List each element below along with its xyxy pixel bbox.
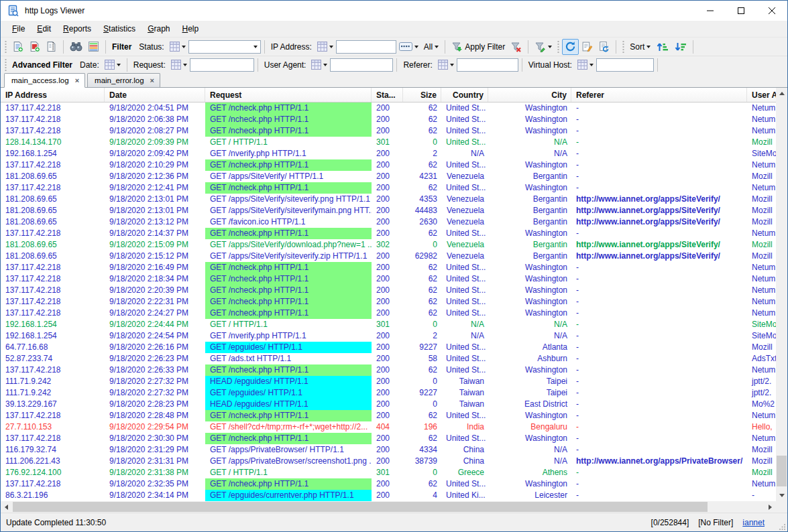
table-row[interactable]: 137.117.42.2189/18/2020 2:22:31 PMGET /n…: [1, 296, 776, 308]
table-row[interactable]: 64.77.16.689/18/2020 2:26:16 PMGET /epgu…: [1, 342, 776, 353]
ip-field-picker[interactable]: [315, 39, 336, 55]
column-header-referer[interactable]: Referer: [571, 88, 747, 102]
column-header-ua[interactable]: User A: [747, 88, 777, 102]
iannet-link[interactable]: iannet: [742, 518, 765, 527]
resize-grip-icon[interactable]: [779, 523, 786, 530]
menu-statistics[interactable]: Statistics: [97, 22, 142, 36]
minimize-button[interactable]: [695, 1, 726, 21]
table-row[interactable]: 137.117.42.2189/18/2020 2:20:39 PMGET /n…: [1, 285, 776, 296]
table-row[interactable]: 137.117.42.2189/18/2020 2:26:33 PMGET /n…: [1, 364, 776, 376]
table-row[interactable]: 192.168.1.2549/18/2020 2:24:54 PMGET /nv…: [1, 330, 776, 342]
open-log-button[interactable]: [9, 39, 26, 55]
toolbar-grip[interactable]: [4, 41, 7, 53]
table-row[interactable]: 137.117.42.2189/18/2020 2:06:38 PMGET /n…: [1, 114, 776, 125]
table-row[interactable]: 192.168.1.2549/18/2020 2:24:44 PMGET / H…: [1, 319, 776, 330]
table-row[interactable]: 116.179.32.749/18/2020 2:31:29 PMGET /ap…: [1, 444, 776, 456]
auto-refresh-button[interactable]: [562, 39, 579, 55]
request-field-picker[interactable]: [168, 57, 190, 73]
highlight-settings-button[interactable]: [85, 39, 102, 55]
scroll-right-arrow[interactable]: [765, 501, 776, 513]
ip-address-input[interactable]: [336, 40, 396, 54]
table-row[interactable]: 181.208.69.659/18/2020 2:13:01 PMGET /ap…: [1, 194, 776, 205]
table-row[interactable]: 137.117.42.2189/18/2020 2:08:27 PMGET /n…: [1, 125, 776, 137]
scroll-left-arrow[interactable]: [1, 501, 12, 513]
sort-ascending-button[interactable]: [653, 39, 671, 55]
table-row[interactable]: 137.117.42.2189/18/2020 2:12:41 PMGET /n…: [1, 182, 776, 194]
table-row[interactable]: 128.14.134.1709/18/2020 2:09:39 PMGET / …: [1, 137, 776, 148]
referer-field-picker[interactable]: [435, 57, 457, 73]
table-row[interactable]: 137.117.42.2189/18/2020 2:10:29 PMGET /n…: [1, 159, 776, 171]
reload-file-button[interactable]: [596, 39, 612, 55]
toolbar-grip[interactable]: [4, 59, 7, 71]
vertical-scrollbar[interactable]: [776, 88, 787, 513]
table-row[interactable]: 39.13.229.1679/18/2020 2:28:23 PMHEAD /e…: [1, 399, 776, 410]
menu-help[interactable]: Help: [176, 22, 205, 36]
table-row[interactable]: 176.92.124.1009/18/2020 2:31:38 PMGET / …: [1, 467, 776, 478]
sort-dropdown[interactable]: Sort: [627, 39, 653, 55]
vertical-scroll-thumb[interactable]: [777, 456, 787, 486]
table-row[interactable]: 181.208.69.659/18/2020 2:13:01 PMGET /ap…: [1, 205, 776, 216]
search-button[interactable]: [67, 39, 85, 55]
column-header-ip[interactable]: IP Address: [1, 88, 105, 102]
table-row[interactable]: 181.208.69.659/18/2020 2:15:09 PMGET /ap…: [1, 239, 776, 251]
table-row[interactable]: 111.71.9.2429/18/2020 2:27:32 PMHEAD /ep…: [1, 376, 776, 387]
table-row[interactable]: 137.117.42.2189/18/2020 2:28:48 PMGET /n…: [1, 410, 776, 421]
tail-log-button[interactable]: [579, 39, 596, 55]
table-row[interactable]: 137.117.42.2189/18/2020 2:16:49 PMGET /n…: [1, 262, 776, 273]
status-combobox[interactable]: [188, 40, 261, 54]
close-icon[interactable]: ×: [75, 77, 79, 84]
table-row[interactable]: 137.117.42.2189/18/2020 2:30:30 PMGET /n…: [1, 433, 776, 444]
menu-graph[interactable]: Graph: [142, 22, 176, 36]
user-agent-input[interactable]: [330, 58, 393, 72]
status-field-picker[interactable]: [167, 39, 188, 55]
open-zip-log-button[interactable]: [43, 39, 60, 55]
menu-edit[interactable]: Edit: [31, 22, 57, 36]
tab-main-error-log[interactable]: main_error.log×: [87, 73, 160, 87]
column-header-request[interactable]: Request: [205, 88, 372, 102]
sort-descending-button[interactable]: [671, 39, 689, 55]
close-icon[interactable]: ×: [150, 77, 154, 84]
table-row[interactable]: 192.168.1.2549/18/2020 2:09:42 PMGET /nv…: [1, 148, 776, 159]
scroll-down-arrow[interactable]: [776, 490, 787, 501]
table-row[interactable]: 181.208.69.659/18/2020 2:13:12 PMGET /fa…: [1, 216, 776, 228]
table-row[interactable]: 111.206.221.439/18/2020 2:31:31 PMGET /a…: [1, 456, 776, 467]
tab-main-access-log[interactable]: main_access.log×: [4, 73, 85, 88]
horizontal-scrollbar[interactable]: [1, 501, 776, 513]
ip-format-button[interactable]: [396, 39, 421, 55]
menu-reports[interactable]: Reports: [57, 22, 97, 36]
apply-filter-button[interactable]: Apply Filter: [449, 39, 508, 55]
menu-file[interactable]: File: [6, 22, 31, 36]
virtual-host-field-picker[interactable]: [575, 57, 596, 73]
table-row[interactable]: 27.7.110.1539/18/2020 2:29:54 PMGET /she…: [1, 421, 776, 433]
all-dropdown[interactable]: All: [421, 39, 441, 55]
table-row[interactable]: 137.117.42.2189/18/2020 2:18:34 PMGET /n…: [1, 273, 776, 285]
column-header-size[interactable]: Size: [403, 88, 441, 102]
edit-filter-button[interactable]: [532, 39, 555, 55]
table-row[interactable]: 52.87.233.749/18/2020 2:26:23 PMGET /ads…: [1, 353, 776, 364]
horizontal-scroll-thumb[interactable]: [13, 502, 708, 512]
virtual-host-input[interactable]: [596, 58, 654, 72]
table-row[interactable]: 181.208.69.659/18/2020 2:15:12 PMGET /ap…: [1, 251, 776, 262]
table-row[interactable]: 137.117.42.2189/18/2020 2:24:27 PMGET /n…: [1, 308, 776, 319]
toolbar-grip[interactable]: [622, 41, 625, 53]
request-input[interactable]: [190, 58, 254, 72]
table-row[interactable]: 111.71.9.2429/18/2020 2:27:32 PMGET /epg…: [1, 387, 776, 399]
referer-input[interactable]: [457, 58, 518, 72]
maximize-button[interactable]: [726, 1, 756, 21]
table-row[interactable]: 181.208.69.659/18/2020 2:12:36 PMGET /ap…: [1, 171, 776, 182]
table-row[interactable]: 137.117.42.2189/18/2020 2:32:35 PMGET /n…: [1, 478, 776, 490]
close-button[interactable]: [756, 1, 787, 21]
scroll-up-arrow[interactable]: [776, 88, 787, 99]
column-header-date[interactable]: Date: [105, 88, 205, 102]
user-agent-field-picker[interactable]: [308, 57, 330, 73]
table-row[interactable]: 86.3.21.1969/18/2020 2:34:14 PMGET /epgu…: [1, 490, 776, 501]
date-field-picker[interactable]: [102, 57, 123, 73]
table-row[interactable]: 137.117.42.2189/18/2020 2:04:51 PMGET /n…: [1, 103, 776, 114]
table-row[interactable]: 137.117.42.2189/18/2020 2:14:37 PMGET /n…: [1, 228, 776, 239]
open-error-log-button[interactable]: [26, 39, 43, 55]
column-header-city[interactable]: City: [488, 88, 571, 102]
column-header-status[interactable]: Sta...: [372, 88, 403, 102]
toolbar-grip[interactable]: [557, 41, 560, 53]
clear-filter-button[interactable]: [508, 39, 524, 55]
column-header-country[interactable]: Country: [441, 88, 488, 102]
